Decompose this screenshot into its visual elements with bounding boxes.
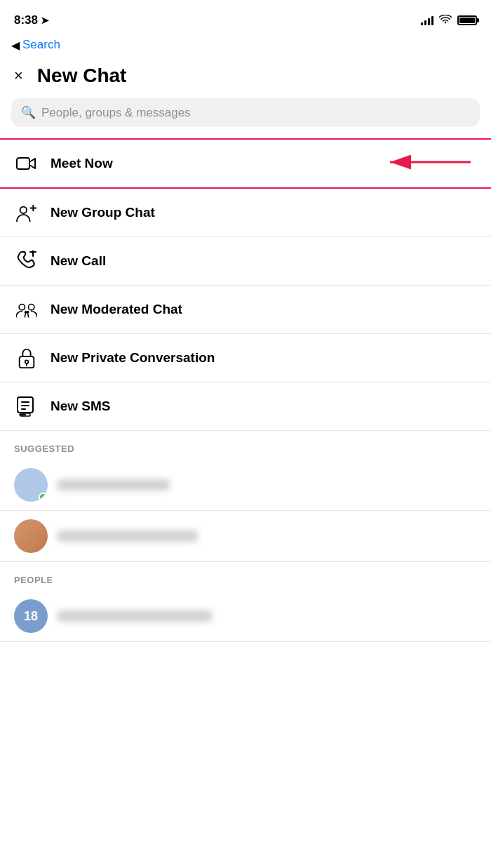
people-section-header: PEOPLE [0,562,491,591]
new-group-chat-label: New Group Chat [51,205,155,220]
wifi-icon [439,15,452,27]
new-moderated-chat-label: New Moderated Chat [51,302,182,317]
contact-avatar-1 [14,468,48,502]
status-bar: 8:38 ➤ [0,0,491,35]
contact-avatar-number: 18 [14,599,48,633]
svg-point-4 [29,305,34,310]
status-time: 8:38 ➤ [14,13,49,27]
menu-item-meet-now[interactable]: Meet Now [0,138,491,189]
back-nav[interactable]: ◀ Search [0,35,491,59]
svg-point-3 [19,305,25,310]
time-label: 8:38 [14,13,38,27]
group-chat-icon [14,200,39,225]
svg-rect-5 [25,312,29,313]
menu-item-new-moderated-chat[interactable]: New Moderated Chat [0,286,491,334]
suggested-contact-2[interactable] [0,511,491,562]
phone-icon [14,248,39,274]
menu-list: Meet Now New Group Chat [0,138,491,431]
search-bar-container: 🔍 People, groups & messages [0,98,491,138]
contact-avatar-2 [14,519,48,553]
moderated-chat-icon [14,297,39,322]
suggested-contact-1[interactable] [0,460,491,511]
close-button[interactable]: × [14,68,23,84]
location-icon: ➤ [41,15,49,26]
annotation-arrow [376,148,474,179]
people-contact-1[interactable]: 18 [0,591,491,642]
new-private-conversation-label: New Private Conversation [51,350,215,366]
sms-icon [14,394,39,419]
suggested-section-header: SUGGESTED [0,431,491,460]
battery-icon [457,15,477,25]
status-icons [421,15,477,27]
menu-item-new-private-conversation[interactable]: New Private Conversation [0,334,491,382]
back-label[interactable]: Search [22,38,60,52]
svg-rect-0 [17,158,29,169]
search-placeholder: People, groups & messages [41,106,191,120]
lock-icon [14,345,39,370]
menu-item-new-group-chat[interactable]: New Group Chat [0,189,491,237]
contact-name-1 [58,479,170,490]
menu-item-new-sms[interactable]: New SMS [0,382,491,431]
page-title: New Chat [37,65,127,87]
contact-number-label: 18 [24,609,38,624]
new-call-label: New Call [51,253,106,269]
header: × New Chat [0,59,491,98]
contact-name-people-1 [58,610,212,622]
signal-icon [421,15,433,25]
video-camera-icon [14,151,39,176]
back-arrow-icon: ◀ [11,39,20,52]
search-icon: 🔍 [21,105,36,120]
svg-point-2 [20,207,27,213]
new-sms-label: New SMS [51,399,111,414]
search-input[interactable]: 🔍 People, groups & messages [11,98,480,127]
contact-name-2 [58,530,198,542]
menu-item-new-call[interactable]: New Call [0,237,491,286]
online-status-indicator [39,493,48,502]
meet-now-label: Meet Now [51,156,113,171]
